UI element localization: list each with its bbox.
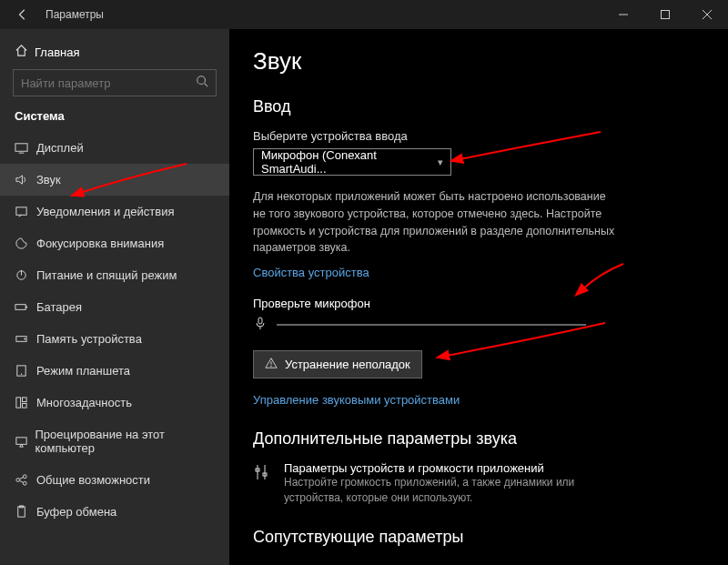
sidebar-item-label: Память устройства bbox=[36, 332, 142, 346]
sidebar-item-label: Буфер обмена bbox=[36, 505, 116, 519]
sidebar-item-multitask[interactable]: Многозадачность bbox=[0, 387, 229, 419]
mic-level-bar bbox=[277, 324, 586, 326]
microphone-icon bbox=[253, 316, 268, 334]
sidebar-item-label: Звук bbox=[36, 173, 61, 187]
input-device-select[interactable]: Микрофон (Conexant SmartAudi... ▾ bbox=[253, 148, 451, 176]
svg-point-16 bbox=[21, 374, 23, 376]
app-volume-item[interactable]: Параметры устройств и громкости приложен… bbox=[253, 461, 704, 506]
app-volume-desc: Настройте громкость приложений, а также … bbox=[284, 475, 575, 506]
sidebar-item-storage[interactable]: Память устройства bbox=[0, 323, 229, 355]
close-button[interactable] bbox=[686, 0, 728, 29]
advanced-section-title: Дополнительные параметры звука bbox=[253, 429, 704, 449]
sidebar-item-label: Фокусировка внимания bbox=[36, 237, 164, 250]
sidebar: Главная Система Дисплей Звук bbox=[0, 29, 229, 565]
app-volume-title: Параметры устройств и громкости приложен… bbox=[284, 461, 575, 475]
sidebar-item-battery[interactable]: Батарея bbox=[0, 291, 229, 323]
svg-rect-11 bbox=[15, 305, 25, 310]
search-input-wrapper[interactable] bbox=[13, 69, 217, 96]
input-help-text: Для некоторых приложений может быть наст… bbox=[253, 188, 617, 257]
focus-icon bbox=[15, 237, 36, 250]
svg-rect-26 bbox=[18, 507, 25, 517]
svg-line-24 bbox=[20, 478, 24, 479]
sidebar-item-tablet[interactable]: Режим планшета bbox=[0, 355, 229, 387]
sidebar-item-projecting[interactable]: Проецирование на этот компьютер bbox=[0, 419, 229, 464]
sidebar-item-power[interactable]: Питание и спящий режим bbox=[0, 259, 229, 291]
sidebar-home[interactable]: Главная bbox=[0, 38, 229, 69]
sound-icon bbox=[15, 173, 36, 187]
window-title: Параметры bbox=[46, 8, 104, 21]
storage-icon bbox=[15, 332, 36, 346]
svg-point-31 bbox=[270, 366, 271, 367]
troubleshoot-label: Устранение неполадок bbox=[285, 358, 410, 371]
sidebar-section-label: Система bbox=[0, 109, 229, 132]
tablet-icon bbox=[15, 364, 36, 378]
display-icon bbox=[15, 141, 36, 155]
svg-rect-19 bbox=[22, 403, 26, 408]
sidebar-home-label: Главная bbox=[35, 45, 79, 59]
chevron-down-icon: ▾ bbox=[438, 156, 443, 168]
sidebar-item-sound[interactable]: Звук bbox=[0, 164, 229, 196]
sidebar-item-clipboard[interactable]: Буфер обмена bbox=[0, 496, 229, 528]
sidebar-item-label: Питание и спящий режим bbox=[36, 268, 177, 282]
svg-rect-8 bbox=[16, 207, 26, 215]
input-device-value: Микрофон (Conexant SmartAudi... bbox=[261, 148, 438, 176]
sidebar-item-label: Многозадачность bbox=[36, 396, 132, 409]
battery-icon bbox=[15, 300, 36, 314]
device-properties-link[interactable]: Свойства устройства bbox=[253, 266, 369, 279]
manage-devices-link[interactable]: Управление звуковыми устройствами bbox=[253, 393, 460, 407]
svg-point-23 bbox=[23, 481, 26, 485]
svg-rect-28 bbox=[258, 318, 262, 324]
warning-icon bbox=[265, 357, 278, 372]
svg-rect-17 bbox=[16, 398, 21, 408]
search-input[interactable] bbox=[21, 76, 196, 90]
svg-rect-18 bbox=[22, 398, 26, 402]
home-icon bbox=[15, 44, 35, 60]
titlebar: Параметры bbox=[0, 0, 728, 29]
svg-rect-1 bbox=[662, 11, 670, 19]
clipboard-icon bbox=[15, 505, 36, 519]
sidebar-item-notifications[interactable]: Уведомления и действия bbox=[0, 196, 229, 227]
content-area: Звук Ввод Выберите устройства ввода Микр… bbox=[229, 29, 728, 565]
search-icon bbox=[196, 75, 208, 91]
page-title: Звук bbox=[253, 47, 704, 76]
projecting-icon bbox=[15, 435, 35, 449]
sliders-icon bbox=[253, 461, 273, 506]
svg-rect-6 bbox=[15, 144, 27, 151]
back-button[interactable] bbox=[11, 8, 40, 21]
svg-line-25 bbox=[20, 480, 24, 482]
svg-point-4 bbox=[197, 76, 206, 85]
input-device-label: Выберите устройства ввода bbox=[253, 129, 704, 143]
sidebar-item-label: Режим планшета bbox=[36, 364, 130, 378]
multitask-icon bbox=[15, 396, 36, 409]
svg-line-5 bbox=[205, 84, 208, 87]
svg-point-14 bbox=[24, 338, 25, 340]
input-section-title: Ввод bbox=[253, 97, 704, 116]
svg-point-22 bbox=[23, 475, 26, 479]
power-icon bbox=[15, 268, 36, 282]
related-section-title: Сопутствующие параметры bbox=[253, 528, 704, 547]
minimize-button[interactable] bbox=[602, 0, 644, 29]
sidebar-item-display[interactable]: Дисплей bbox=[0, 132, 229, 164]
sidebar-item-label: Уведомления и действия bbox=[36, 205, 175, 218]
maximize-button[interactable] bbox=[644, 0, 686, 29]
sidebar-item-label: Дисплей bbox=[36, 141, 84, 155]
sidebar-item-label: Проецирование на этот компьютер bbox=[35, 428, 215, 455]
troubleshoot-button[interactable]: Устранение неполадок bbox=[253, 350, 422, 378]
svg-rect-12 bbox=[25, 307, 27, 308]
svg-point-21 bbox=[16, 479, 20, 482]
sidebar-item-focus[interactable]: Фокусировка внимания bbox=[0, 227, 229, 259]
svg-rect-20 bbox=[16, 437, 26, 444]
sidebar-item-shared[interactable]: Общие возможности bbox=[0, 464, 229, 496]
mic-test-label: Проверьте микрофон bbox=[253, 297, 704, 310]
notifications-icon bbox=[15, 205, 36, 218]
sidebar-item-label: Батарея bbox=[36, 300, 82, 314]
sidebar-item-label: Общие возможности bbox=[36, 473, 150, 487]
shared-icon bbox=[15, 473, 36, 487]
